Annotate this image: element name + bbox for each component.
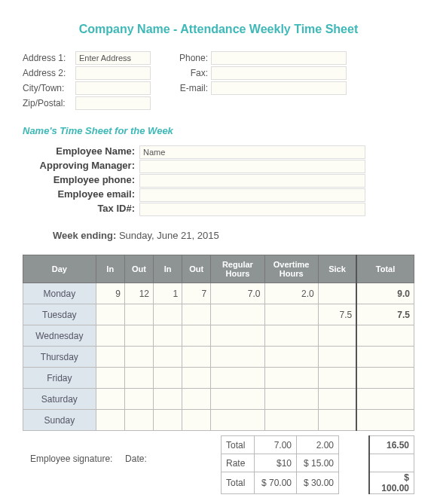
sick-cell[interactable]: 7.5 (318, 304, 356, 325)
th-sick: Sick (318, 255, 356, 283)
phone-field[interactable] (211, 51, 347, 65)
emp-phone-field[interactable] (139, 174, 365, 188)
subtitle: Name's Time Sheet for the Week (23, 125, 414, 136)
ot-cell[interactable] (264, 410, 318, 431)
table-row: Sunday (23, 410, 414, 431)
in2-cell[interactable] (153, 410, 182, 431)
contact-section: Address 1: Enter Address Phone: Address … (23, 51, 414, 110)
day-cell: Friday (23, 368, 96, 389)
ot-cell[interactable]: 2.0 (264, 283, 318, 304)
th-total: Total (356, 255, 414, 283)
th-out2: Out (182, 255, 211, 283)
sum-total-all: 16.50 (369, 436, 414, 454)
day-cell: Tuesday (23, 304, 96, 325)
in-cell[interactable] (96, 325, 124, 347)
reg-cell[interactable] (211, 368, 264, 389)
day-cell: Wednesday (23, 325, 96, 347)
sick-cell[interactable] (318, 410, 356, 431)
total-cell (356, 347, 414, 368)
zip-field[interactable] (75, 96, 151, 110)
timesheet-table: Day In Out In Out Regular Hours Overtime… (23, 255, 414, 431)
out-cell[interactable] (124, 304, 153, 325)
in-cell[interactable] (96, 410, 124, 431)
total-cell: 7.5 (356, 304, 414, 325)
out-cell[interactable]: 12 (124, 283, 153, 304)
ot-cell[interactable] (264, 347, 318, 368)
out-cell[interactable] (124, 389, 153, 410)
sick-cell[interactable] (318, 283, 356, 304)
reg-cell[interactable] (211, 325, 264, 347)
th-in: In (96, 255, 124, 283)
emp-email-field[interactable] (139, 188, 365, 202)
out2-cell[interactable] (182, 410, 211, 431)
out-cell[interactable] (124, 368, 153, 389)
emp-name-field[interactable]: Name (139, 145, 365, 159)
in2-cell[interactable] (153, 304, 182, 325)
reg-cell[interactable]: 7.0 (211, 283, 264, 304)
out2-cell[interactable] (182, 325, 211, 347)
out2-cell[interactable] (182, 304, 211, 325)
out-cell[interactable] (124, 410, 153, 431)
address1-field[interactable]: Enter Address (75, 51, 151, 65)
table-row: Wednesday (23, 325, 414, 347)
sum-rate-ot: $ 15.00 (297, 454, 339, 472)
address1-label: Address 1: (23, 53, 75, 63)
in-cell[interactable] (96, 304, 124, 325)
table-row: Monday912177.02.09.0 (23, 283, 414, 304)
reg-cell[interactable] (211, 347, 264, 368)
reg-cell[interactable] (211, 389, 264, 410)
out2-cell[interactable] (182, 389, 211, 410)
sick-cell[interactable] (318, 368, 356, 389)
sum-grand-label: Total (222, 472, 255, 494)
in2-cell[interactable] (153, 389, 182, 410)
th-out: Out (124, 255, 153, 283)
fax-field[interactable] (211, 66, 347, 80)
th-day: Day (23, 255, 96, 283)
ot-cell[interactable] (264, 304, 318, 325)
in-cell[interactable]: 9 (96, 283, 124, 304)
sick-cell[interactable] (318, 325, 356, 347)
sum-rate-reg: $10 (255, 454, 297, 472)
out2-cell[interactable] (182, 368, 211, 389)
out2-cell[interactable] (182, 347, 211, 368)
out-cell[interactable] (124, 347, 153, 368)
sick-cell[interactable] (318, 347, 356, 368)
in-cell[interactable] (96, 368, 124, 389)
address2-field[interactable] (75, 66, 151, 80)
in-cell[interactable] (96, 347, 124, 368)
th-in2: In (153, 255, 182, 283)
day-cell: Monday (23, 283, 96, 304)
mgr-field[interactable] (139, 160, 365, 173)
sum-grand-ot: $ 30.00 (297, 472, 339, 494)
page-title: Company Name - Attendance Weekly Time Sh… (23, 23, 414, 36)
emp-name-label: Employee Name: (23, 145, 139, 159)
ot-cell[interactable] (264, 389, 318, 410)
reg-cell[interactable] (211, 304, 264, 325)
city-field[interactable] (75, 81, 151, 95)
in2-cell[interactable] (153, 325, 182, 347)
table-row: Saturday (23, 389, 414, 410)
in2-cell[interactable] (153, 368, 182, 389)
ot-cell[interactable] (264, 325, 318, 347)
signature-label: Employee signature: (30, 454, 112, 464)
mgr-label: Approving Manager: (23, 160, 139, 173)
tax-field[interactable] (139, 203, 365, 216)
date-label: Date: (125, 454, 147, 464)
out2-cell[interactable]: 7 (182, 283, 211, 304)
sick-cell[interactable] (318, 389, 356, 410)
in2-cell[interactable] (153, 347, 182, 368)
email-field[interactable] (211, 81, 347, 95)
total-cell (356, 410, 414, 431)
out-cell[interactable] (124, 325, 153, 347)
reg-cell[interactable] (211, 410, 264, 431)
in-cell[interactable] (96, 389, 124, 410)
ot-cell[interactable] (264, 368, 318, 389)
summary-table: Total 7.00 2.00 16.50 Rate $10 $ 15.00 T… (221, 435, 414, 494)
sum-grand-reg: $ 70.00 (255, 472, 297, 494)
total-cell (356, 389, 414, 410)
tax-label: Tax ID#: (23, 203, 139, 216)
sum-total-label: Total (222, 436, 255, 454)
zip-label: Zip/Postal: (23, 98, 75, 108)
in2-cell[interactable]: 1 (153, 283, 182, 304)
email-label: E-mail: (173, 83, 211, 93)
